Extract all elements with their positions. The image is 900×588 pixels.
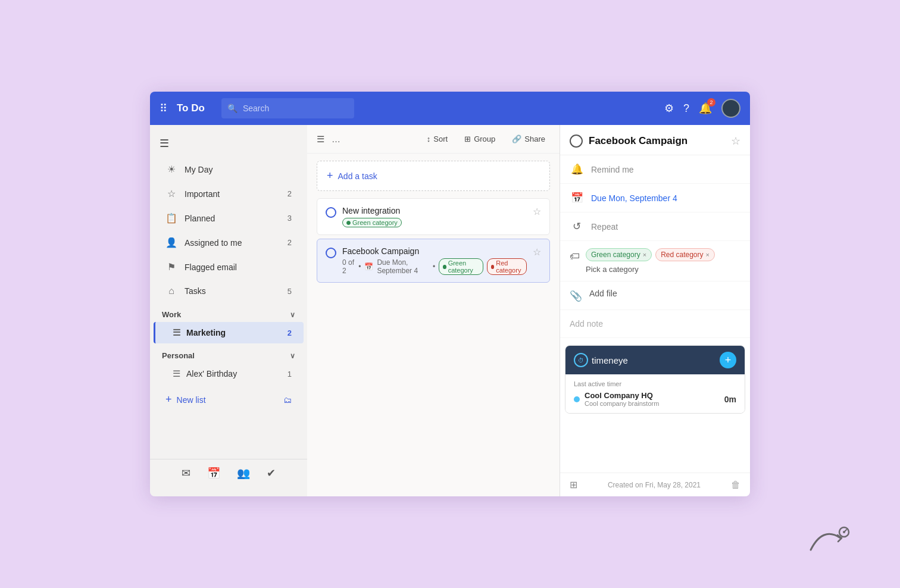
help-icon[interactable]: ? [683,102,689,115]
new-list-button[interactable]: + New list 🗂 [154,387,304,412]
settings-icon[interactable]: ⚙ [664,102,674,115]
task-list-view-icon[interactable]: ☰ [317,134,324,145]
new-list-label: New list [177,395,206,405]
add-task-box[interactable]: + Add a task [317,161,550,191]
add-note-row[interactable]: Add note [560,310,750,338]
timeneye-last-active-label: Last active timer [574,380,736,387]
sidebar-label-my-day: My Day [185,165,292,174]
bell-icon: 🔔 [570,163,584,176]
sidebar-item-alex-birthday[interactable]: ☰ Alex' Birthday 1 [154,363,304,384]
chevron-down-icon: ∨ [290,311,295,319]
home-icon: ⌂ [165,286,177,296]
due-date-row[interactable]: 📅 Due Mon, September 4 [560,184,750,212]
categories-row: 🏷 Green category × Red category × [560,241,750,282]
repeat-icon: ↺ [570,220,584,233]
sidebar-label-marketing: Marketing [186,328,282,337]
tag-red-facebook: Red category [487,258,527,275]
remind-me-row[interactable]: 🔔 Remind me [560,155,750,184]
sort-button[interactable]: ↕ Sort [422,132,452,146]
task-meta-facebook-campaign: 0 of 2 • 📅 Due Mon, September 4 • Green … [342,258,527,275]
repeat-row[interactable]: ↺ Repeat [560,212,750,241]
add-task-plus-icon: + [327,170,333,182]
chevron-down-icon-2: ∨ [290,352,295,360]
sidebar-item-assigned[interactable]: 👤 Assigned to me 2 [154,231,304,254]
delete-icon[interactable]: 🗑 [731,480,740,490]
calendar-task-icon: 📅 [364,262,373,271]
group-icon: ⊞ [464,135,471,143]
add-file-row[interactable]: 📎 Add file [560,282,750,310]
categories-tags: Green category × Red category × [586,248,715,261]
calendar-detail-icon: 📅 [570,192,584,204]
timeneye-logo: ⏱ timeneye [574,353,715,367]
task-star-new-integration[interactable]: ☆ [533,206,541,217]
header-actions: ⚙ ? 🔔 2 [664,99,740,118]
sidebar-label-tasks: Tasks [185,286,280,296]
tag-dot-green-fb [443,265,446,269]
task-due-label: Due Mon, September 4 [377,258,429,275]
grid-menu-icon[interactable]: ⠿ [160,102,167,115]
timeneye-name: timeneye [592,355,628,365]
detail-task-circle[interactable] [570,135,583,148]
sidebar-item-my-day[interactable]: ☀ My Day [154,158,304,181]
detail-header: Facebook Campaign ☆ [560,125,750,155]
check-icon[interactable]: ✔ [267,467,276,480]
timeneye-logo-icon: ⏱ [574,353,588,367]
sidebar-hamburger-icon[interactable]: ☰ [150,135,307,157]
task-circle-facebook-campaign[interactable] [326,248,336,258]
calendar-bottom-icon[interactable]: 📅 [207,467,220,480]
app-title: To Do [177,102,205,114]
task-circle-new-integration[interactable] [326,207,336,218]
sidebar-item-planned[interactable]: 📋 Planned 3 [154,207,304,230]
cat-tag-green-label: Green category [591,251,640,259]
timer-row: Cool Company HQ Cool company brainstorm … [574,391,736,407]
bottom-right-timeneye-icon [805,520,852,558]
sidebar-section-personal[interactable]: Personal ∨ [150,344,307,362]
add-task-label: Add a task [338,171,377,181]
cat-tag-green: Green category × [586,248,652,261]
sidebar-label-flagged: Flagged email [185,262,292,272]
sidebar-item-important[interactable]: ☆ Important 2 [154,182,304,205]
expand-icon[interactable]: ⊞ [570,479,577,490]
timer-project: Cool company brainstorm [585,400,720,407]
mail-icon[interactable]: ✉ [182,467,190,480]
sidebar-count-assigned: 2 [288,238,292,247]
task-item-new-integration[interactable]: New integration Green category ☆ [317,198,550,235]
new-list-right-icon: 🗂 [283,395,292,405]
user-avatar[interactable] [721,99,740,118]
share-button[interactable]: 🔗 Share [507,132,550,146]
sidebar-item-tasks[interactable]: ⌂ Tasks 5 [154,280,304,302]
detail-star-icon[interactable]: ☆ [731,135,740,148]
task-info-facebook-campaign: Facebook Campaign 0 of 2 • 📅 Due Mon, Se… [342,246,527,275]
task-item-facebook-campaign[interactable]: Facebook Campaign 0 of 2 • 📅 Due Mon, Se… [317,239,550,283]
cat-tag-green-remove[interactable]: × [643,251,646,258]
sidebar-label-planned: Planned [185,214,280,223]
tag-label-green: Green category [352,219,398,226]
group-button[interactable]: ⊞ Group [460,132,500,146]
pick-category-text[interactable]: Pick a category [586,265,715,274]
sidebar-label-assigned: Assigned to me [185,238,280,248]
sidebar-item-marketing[interactable]: ☰ Marketing 2 [154,322,304,343]
people-icon[interactable]: 👥 [237,467,250,480]
notifications-icon[interactable]: 🔔 2 [699,102,712,115]
header: ⠿ To Do 🔍 ⚙ ? 🔔 2 [150,92,750,125]
timeneye-add-button[interactable]: + [720,352,736,368]
tag-label-green-fb: Green category [448,259,479,274]
search-input[interactable] [221,98,354,118]
repeat-text: Repeat [591,222,618,232]
share-label: Share [524,135,545,143]
sidebar-item-flagged[interactable]: ⚑ Flagged email [154,255,304,279]
add-note-text: Add note [570,319,603,329]
cat-tag-red-label: Red category [661,251,703,259]
task-star-facebook-campaign[interactable]: ☆ [533,246,541,258]
svg-line-2 [844,530,846,532]
sidebar-section-work-label: Work [162,310,181,319]
cat-tag-red-remove[interactable]: × [706,251,710,258]
group-label: Group [474,135,495,143]
due-date-text: Due Mon, September 4 [591,193,677,203]
sidebar-count-marketing: 2 [288,329,292,337]
tag-icon: 🏷 [570,251,580,262]
sidebar-section-work[interactable]: Work ∨ [150,303,307,321]
timer-info: Cool Company HQ Cool company brainstorm [585,391,720,407]
toolbar-more-icon[interactable]: … [332,134,340,144]
task-name-facebook-campaign: Facebook Campaign [342,246,527,256]
